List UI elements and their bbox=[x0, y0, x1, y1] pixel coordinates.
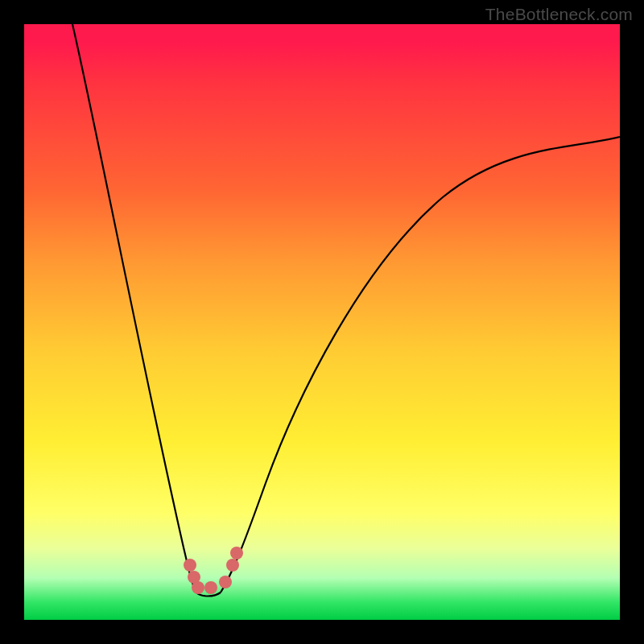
thumb-marker bbox=[230, 547, 243, 559]
thumb-marker bbox=[184, 559, 196, 572]
thumb-markers bbox=[184, 547, 243, 594]
thumb-marker bbox=[204, 581, 217, 594]
thumb-marker bbox=[192, 581, 204, 594]
bottleneck-curve-svg bbox=[24, 24, 620, 620]
thumb-marker bbox=[226, 559, 239, 572]
curve-right-branch bbox=[221, 137, 620, 592]
thumb-marker bbox=[219, 576, 232, 588]
watermark-text: TheBottleneck.com bbox=[485, 5, 633, 24]
curve-left-branch bbox=[72, 24, 196, 592]
